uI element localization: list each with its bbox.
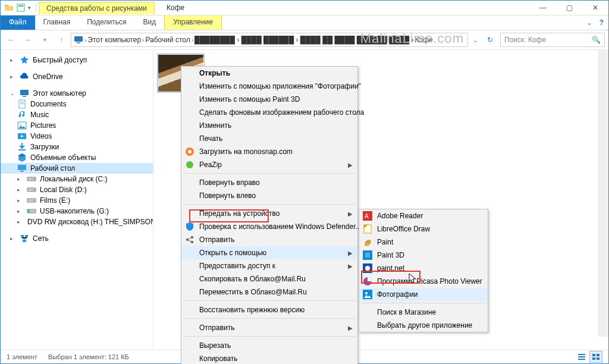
tab-share[interactable]: Поделиться: [79, 15, 134, 30]
sub-paint3d[interactable]: Paint 3D: [359, 249, 488, 262]
sub-paint[interactable]: Paint: [359, 236, 488, 249]
crumb-desktop[interactable]: Рабочий стол: [145, 36, 190, 44]
tab-view[interactable]: Вид: [134, 15, 164, 30]
sidebar-item-disk-d[interactable]: ▸Local Disk (D:): [1, 184, 153, 195]
ctx-rotate-left[interactable]: Повернуть влево: [181, 189, 357, 202]
qa-dropdown-icon[interactable]: ▾: [28, 5, 31, 11]
sidebar-item-downloads[interactable]: Загрузки: [1, 142, 153, 152]
sub-libreoffice-draw[interactable]: LibreOffice Draw: [359, 222, 488, 236]
shield-icon: [185, 222, 194, 231]
ribbon-expand-icon[interactable]: ⌄: [586, 18, 592, 27]
svg-rect-0: [17, 4, 24, 11]
ctx-monosnap[interactable]: Загрузить на monosnap.com: [181, 145, 357, 158]
ctx-move-mailru[interactable]: Переместить в Облако@Mail.Ru: [181, 285, 357, 299]
share-icon: [185, 235, 194, 244]
sidebar-item-dvd-h[interactable]: ▸DVD RW дисковод (H:) THE_SIMPSONS_MOVIE: [1, 216, 153, 227]
refresh-button[interactable]: ↻: [482, 36, 498, 44]
desktop-icon: [17, 164, 27, 173]
star-icon: [20, 55, 29, 65]
tab-file[interactable]: Файл: [1, 15, 35, 30]
view-thumbnails-button[interactable]: [589, 351, 602, 363]
svg-rect-5: [23, 96, 26, 97]
svg-point-46: [369, 242, 370, 243]
sidebar-item-pictures[interactable]: Pictures: [1, 120, 153, 131]
breadcrumb[interactable]: › Этот компьютер › Рабочий стол › ██████…: [71, 33, 468, 47]
address-dropdown-icon[interactable]: ⌄: [470, 37, 480, 43]
tab-manage[interactable]: Управление: [164, 15, 222, 30]
network-icon: [20, 234, 29, 243]
titlebar: ▾ Средства работы с рисунками Кофе — ▢ ✕: [1, 1, 608, 15]
nav-up-button[interactable]: ↑: [54, 33, 68, 47]
disk-icon: [27, 174, 36, 184]
ctx-send-device[interactable]: Передать на устройство▶: [181, 207, 357, 220]
ctx-edit[interactable]: Изменить: [181, 119, 357, 132]
context-menu[interactable]: Открыть Изменить с помощью приложения "Ф…: [181, 66, 358, 364]
svg-point-39: [191, 236, 193, 239]
sub-paintnet[interactable]: paint.net: [359, 262, 488, 275]
close-button[interactable]: ✕: [582, 1, 608, 15]
sidebar-item-documents[interactable]: Documents: [1, 99, 153, 109]
sub-picasa[interactable]: Программа Picasa Photo Viewer: [359, 275, 488, 288]
tab-home[interactable]: Главная: [35, 15, 79, 30]
ctx-rotate-right[interactable]: Повернуть вправо: [181, 176, 357, 189]
sidebar-item-usb-g[interactable]: ▸USB-накопитель (G:): [1, 206, 153, 216]
ctx-defender[interactable]: Проверка с использованием Windows Defend…: [181, 220, 357, 233]
sidebar-item-music[interactable]: Music: [1, 109, 153, 120]
ctx-share[interactable]: Отправить: [181, 233, 357, 246]
svg-rect-32: [597, 354, 599, 356]
navigation-pane[interactable]: ▸Быстрый доступ ▸OneDrive ⌄Этот компьюте…: [1, 50, 153, 350]
crumb-current[interactable]: Кофе: [415, 36, 433, 44]
ctx-edit-paint3d[interactable]: Изменить с помощью Paint 3D: [181, 93, 357, 106]
open-with-submenu[interactable]: AAdobe Reader LibreOffice Draw Paint Pai…: [359, 209, 488, 332]
window-title: Кофе: [155, 4, 184, 12]
photos-icon: [363, 290, 372, 299]
ctx-set-wallpaper[interactable]: Сделать фоновым изображением рабочего ст…: [181, 106, 357, 119]
doc-icon: [17, 99, 27, 109]
ctx-give-access[interactable]: Предоставить доступ к▶: [181, 259, 357, 272]
nav-back-button[interactable]: ←: [4, 33, 18, 47]
ctx-copy-mailru[interactable]: Скопировать в Облако@Mail.Ru: [181, 272, 357, 285]
sidebar-quick-access[interactable]: ▸Быстрый доступ: [1, 55, 153, 65]
search-input[interactable]: Поиск: Кофе 🔍: [500, 33, 605, 47]
help-icon[interactable]: ?: [599, 18, 604, 27]
ctx-copy[interactable]: Копировать: [181, 352, 357, 364]
sidebar-network[interactable]: ▸Сеть: [1, 233, 153, 244]
monitor-icon: [20, 89, 29, 98]
crumb-pc[interactable]: Этот компьютер: [87, 36, 141, 44]
svg-point-40: [191, 241, 193, 243]
sidebar-item-3dobjects[interactable]: Объемные объекты: [1, 152, 153, 163]
paint3d-icon: [363, 250, 372, 260]
sub-choose[interactable]: Выбрать другое приложение: [359, 319, 488, 332]
sidebar-item-disk-c[interactable]: ▸Локальный диск (C:): [1, 174, 153, 184]
ctx-peazip[interactable]: PeaZip▶: [181, 158, 357, 171]
sub-adobe-reader[interactable]: AAdobe Reader: [359, 209, 488, 222]
ctx-open-with[interactable]: Открыть с помощью▶: [181, 246, 357, 259]
maximize-button[interactable]: ▢: [556, 1, 582, 15]
ctx-restore[interactable]: Восстановить прежнюю версию: [181, 303, 357, 316]
sidebar-item-desktop[interactable]: Рабочий стол: [1, 163, 153, 174]
svg-rect-28: [578, 354, 585, 355]
search-icon: 🔍: [592, 36, 601, 44]
view-details-button[interactable]: [575, 351, 588, 363]
ctx-edit-photos[interactable]: Изменить с помощью приложения "Фотографи…: [181, 80, 357, 93]
ctx-print[interactable]: Печать: [181, 132, 357, 145]
picture-tools-tab[interactable]: Средства работы с рисунками: [39, 2, 155, 14]
nav-forward-button[interactable]: →: [21, 33, 35, 47]
ctx-open[interactable]: Открыть: [181, 67, 357, 80]
sub-photos[interactable]: Фотографии: [359, 288, 488, 301]
ctx-send-to[interactable]: Отправить▶: [181, 321, 357, 334]
properties-icon[interactable]: [16, 3, 26, 12]
address-bar-row: ← → ▾ ↑ › Этот компьютер › Рабочий стол …: [1, 30, 608, 50]
minimize-button[interactable]: —: [530, 1, 556, 15]
sidebar-item-videos[interactable]: Videos: [1, 131, 153, 142]
sub-store[interactable]: Поиск в Магазине: [359, 306, 488, 319]
sidebar-this-pc[interactable]: ⌄Этот компьютер: [1, 88, 153, 99]
sidebar-onedrive[interactable]: ▸OneDrive: [1, 71, 153, 82]
download-icon: [17, 142, 27, 152]
svg-rect-3: [77, 42, 80, 43]
vertical-scrollbar[interactable]: [598, 50, 608, 337]
nav-recent-dropdown[interactable]: ▾: [37, 33, 52, 47]
ctx-cut[interactable]: Вырезать: [181, 339, 357, 352]
sidebar-item-disk-e[interactable]: ▸Films (E:): [1, 195, 153, 206]
adobe-icon: A: [363, 211, 372, 221]
